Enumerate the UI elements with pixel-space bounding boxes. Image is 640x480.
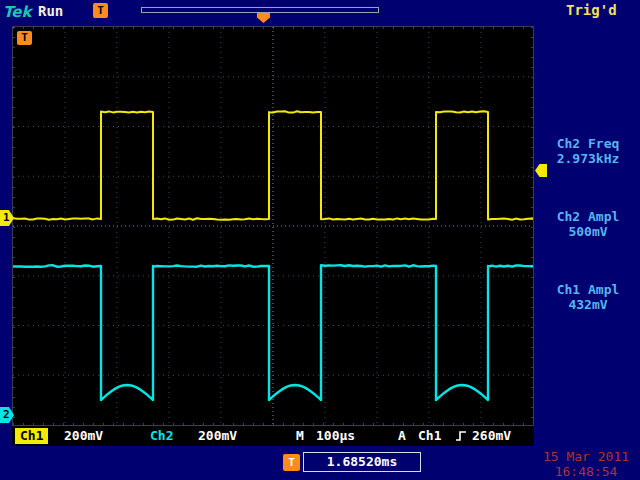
measurement-label: Ch2 Freq — [538, 136, 638, 151]
trigger-level-value: 260mV — [472, 426, 511, 446]
measurement-ch2-freq: Ch2 Freq 2.973kHz — [538, 136, 638, 166]
ch1-scale-badge: Ch1 — [15, 428, 48, 444]
waveform-plot — [13, 27, 533, 425]
ch2-scale-value: 200mV — [198, 426, 237, 446]
date-text: 15 Mar 2011 — [534, 449, 638, 464]
oscilloscope-screen: Tek Run T Trig'd T 1 2 Ch2 Freq 2.973kHz… — [0, 0, 640, 480]
trigger-position-icon: T — [93, 3, 108, 18]
trigger-source-value: Ch1 — [418, 426, 441, 446]
measurement-value: 432mV — [538, 297, 638, 312]
ch2-scale-label: Ch2 — [150, 426, 173, 446]
trigger-status: Trig'd — [566, 2, 617, 18]
graticule: T — [12, 26, 534, 426]
timebase-value: 100µs — [316, 426, 355, 446]
trigger-time-value: 1.68520ms — [303, 452, 421, 472]
record-view-bar — [141, 7, 379, 13]
trigger-marker-icon: T — [17, 31, 32, 45]
rising-edge-icon — [455, 430, 467, 442]
trigger-source-label: A — [398, 426, 406, 446]
measurement-label: Ch1 Ampl — [538, 282, 638, 297]
tek-logo: Tek — [3, 3, 31, 21]
trigger-time-icon: T — [283, 454, 300, 471]
measurement-value: 2.973kHz — [538, 151, 638, 166]
status-bar: Ch1 200mV Ch2 200mV M 100µs A Ch1 260mV — [12, 426, 534, 446]
acquisition-status: Run — [38, 3, 63, 19]
measurement-label: Ch2 Ampl — [538, 209, 638, 224]
trigger-position-arrow-icon — [257, 13, 270, 23]
ch1-scale-value: 200mV — [64, 426, 103, 446]
time-text: 16:48:54 — [534, 464, 638, 479]
measurement-ch1-ampl: Ch1 Ampl 432mV — [538, 282, 638, 312]
measurement-ch2-ampl: Ch2 Ampl 500mV — [538, 209, 638, 239]
measurement-value: 500mV — [538, 224, 638, 239]
timebase-label: M — [296, 426, 304, 446]
datetime: 15 Mar 2011 16:48:54 — [534, 449, 638, 479]
